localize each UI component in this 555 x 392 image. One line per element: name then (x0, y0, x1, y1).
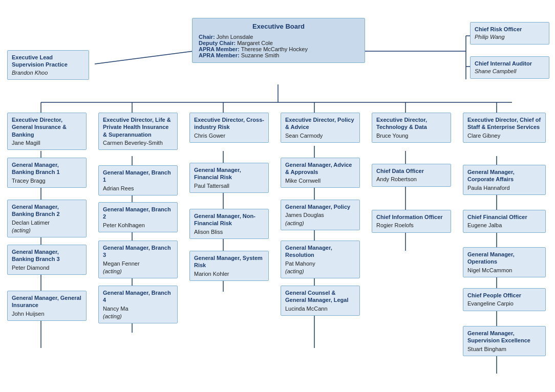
col3-r2-name: Alison Bliss (194, 228, 264, 235)
org-chart: Executive Board Chair: John Lonsdale Dep… (0, 0, 555, 10)
col6-report4-box: Chief People Officer Evangeline Carpio (463, 288, 546, 311)
col6-r5-title: General Manager, Supervision Excellence (467, 330, 541, 344)
col2-r4-acting: (acting) (103, 313, 173, 320)
col1-r2-name: Declan Latimer (12, 219, 82, 226)
exec-row-4: APRA Member: Suzanne Smith (199, 52, 358, 58)
col2-r3-title: General Manager, Branch 3 (103, 244, 173, 259)
col3-dir-name: Chris Gower (194, 132, 264, 139)
col5-r2-title: Chief Information Officer (376, 213, 446, 221)
col4-r1-title: General Manager, Advice & Approvals (285, 161, 355, 176)
col5-report2-box: Chief Information Officer Rogier Roelofs (372, 210, 451, 233)
col4-r3-title: General Manager, Resolution (285, 244, 355, 259)
col1-r4-title: General Manager, General Insurance (12, 294, 82, 309)
cia-title: Chief Internal Auditor (475, 60, 545, 67)
col2-dir-name: Carmen Beverley-Smith (103, 139, 173, 146)
col6-r3-title: General Manager, Operations (467, 251, 541, 266)
chief-risk-officer-box: Chief Risk Officer Philip Wang (470, 22, 549, 45)
col3-report2-box: General Manager, Non-Financial Risk Alis… (189, 209, 269, 239)
col4-report1-box: General Manager, Advice & Approvals Mike… (281, 158, 360, 188)
col2-report3-box: General Manager, Branch 3 Megan Fenner (… (98, 241, 178, 278)
col2-report4-box: General Manager, Branch 4 Nancy Ma (acti… (98, 286, 178, 323)
col4-r2-name: James Douglas (285, 211, 355, 219)
col6-report1-box: General Manager, Corporate Affairs Paula… (463, 165, 546, 195)
col3-report1-box: General Manager, Financial Risk Paul Tat… (189, 163, 269, 193)
col2-report1-box: General Manager, Branch 1 Adrian Rees (98, 165, 178, 195)
col4-report3-box: General Manager, Resolution Pat Mahony (… (281, 241, 360, 278)
col1-r2-title: General Manager, Banking Branch 2 (12, 203, 82, 218)
col4-r2-acting: (acting) (285, 220, 355, 227)
col1-r3-name: Peter Diamond (12, 264, 82, 271)
col2-r4-title: General Manager, Branch 4 (103, 289, 173, 304)
col3-r3-name: Marion Kohler (194, 270, 264, 277)
col6-r1-name: Paula Hannaford (467, 184, 541, 191)
col3-report3-box: General Manager, System Risk Marion Kohl… (189, 251, 269, 281)
col2-r1-name: Adrian Rees (103, 185, 173, 192)
col3-r2-title: General Manager, Non-Financial Risk (194, 212, 264, 227)
col4-report4-box: General Counsel & General Manager, Legal… (281, 286, 360, 316)
col3-dir-title: Executive Director, Cross-industry Risk (194, 116, 264, 131)
col6-dir-name: Clare Gibney (467, 132, 541, 139)
executive-board-title: Executive Board (199, 23, 358, 31)
col6-r3-name: Nigel McCammon (467, 267, 541, 274)
col4-director-box: Executive Director, Policy & Advice Sean… (281, 113, 360, 143)
col6-director-box: Executive Director, Chief of Staff & Ent… (463, 113, 546, 143)
top-left-box: Executive Lead Supervision Practice Bran… (7, 50, 89, 80)
exec-row-1: Chair: John Lonsdale (199, 34, 358, 40)
col2-r1-title: General Manager, Branch 1 (103, 169, 173, 184)
col1-dir-name: Jane Magill (12, 139, 82, 146)
cia-name: Shane Campbell (475, 68, 545, 75)
col1-report2-box: General Manager, Banking Branch 2 Declan… (7, 200, 87, 237)
col3-r1-name: Paul Tattersall (194, 182, 264, 189)
chief-internal-auditor-box: Chief Internal Auditor Shane Campbell (470, 56, 549, 79)
col4-r3-acting: (acting) (285, 268, 355, 275)
col6-report3-box: General Manager, Operations Nigel McCamm… (463, 247, 546, 277)
col4-r4-title: General Counsel & General Manager, Legal (285, 289, 355, 304)
top-left-name: Brandon Khoo (12, 69, 84, 76)
cro-name: Philip Wang (475, 33, 545, 40)
col5-dir-name: Bruce Young (376, 132, 446, 139)
col6-r5-name: Stuart Bingham (467, 345, 541, 353)
col3-director-box: Executive Director, Cross-industry Risk … (189, 113, 269, 143)
col2-report2-box: General Manager, Branch 2 Peter Kohlhage… (98, 202, 178, 232)
exec-row-3: APRA Member: Therese McCarthy Hockey (199, 46, 358, 52)
col5-director-box: Executive Director, Technology & Data Br… (372, 113, 451, 143)
col4-dir-title: Executive Director, Policy & Advice (285, 116, 355, 131)
col1-report1-box: General Manager, Banking Branch 1 Tracey… (7, 158, 87, 188)
col2-r4-name: Nancy Ma (103, 305, 173, 312)
col2-r2-name: Peter Kohlhagen (103, 222, 173, 229)
col5-r1-name: Andy Robertson (376, 176, 446, 183)
col6-r4-name: Evangeline Carpio (467, 300, 541, 307)
col4-r3-name: Pat Mahony (285, 260, 355, 267)
col5-dir-title: Executive Director, Technology & Data (376, 116, 446, 131)
col5-r2-name: Rogier Roelofs (376, 222, 446, 229)
exec-row-2: Deputy Chair: Margaret Cole (199, 40, 358, 46)
col4-dir-name: Sean Carmody (285, 132, 355, 139)
col5-report1-box: Chief Data Officer Andy Robertson (372, 164, 451, 187)
cro-title: Chief Risk Officer (475, 26, 545, 33)
col2-r2-title: General Manager, Branch 2 (103, 206, 173, 221)
col6-report5-box: General Manager, Supervision Excellence … (463, 326, 546, 356)
executive-board-box: Executive Board Chair: John Lonsdale Dep… (192, 18, 365, 63)
col1-r3-title: General Manager, Banking Branch 3 (12, 248, 82, 263)
col1-r1-title: General Manager, Banking Branch 1 (12, 161, 82, 176)
svg-line-4 (95, 51, 193, 64)
col1-director-box: Executive Director, General Insurance & … (7, 113, 87, 150)
col6-r2-title: Chief Financial Officer (467, 213, 541, 221)
col2-r3-name: Megan Fenner (103, 260, 173, 267)
col1-r4-name: John Huijsen (12, 310, 82, 317)
col6-r4-title: Chief People Officer (467, 292, 541, 299)
col6-report2-box: Chief Financial Officer Eugene Jalba (463, 210, 546, 233)
col6-dir-title: Executive Director, Chief of Staff & Ent… (467, 116, 541, 131)
col4-r4-name: Lucinda McCann (285, 305, 355, 312)
col2-r3-acting: (acting) (103, 268, 173, 275)
top-left-title: Executive Lead Supervision Practice (12, 54, 84, 69)
col4-r1-name: Mike Cornwell (285, 177, 355, 184)
col1-r2-acting: (acting) (12, 227, 82, 234)
col6-r1-title: General Manager, Corporate Affairs (467, 168, 541, 183)
col2-director-box: Executive Director, Life & Private Healt… (98, 113, 178, 150)
col6-r2-name: Eugene Jalba (467, 222, 541, 229)
col1-dir-title: Executive Director, General Insurance & … (12, 116, 82, 138)
col4-r2-title: General Manager, Policy (285, 203, 355, 210)
col1-report4-box: General Manager, General Insurance John … (7, 291, 87, 321)
col1-r1-name: Tracey Bragg (12, 177, 82, 184)
